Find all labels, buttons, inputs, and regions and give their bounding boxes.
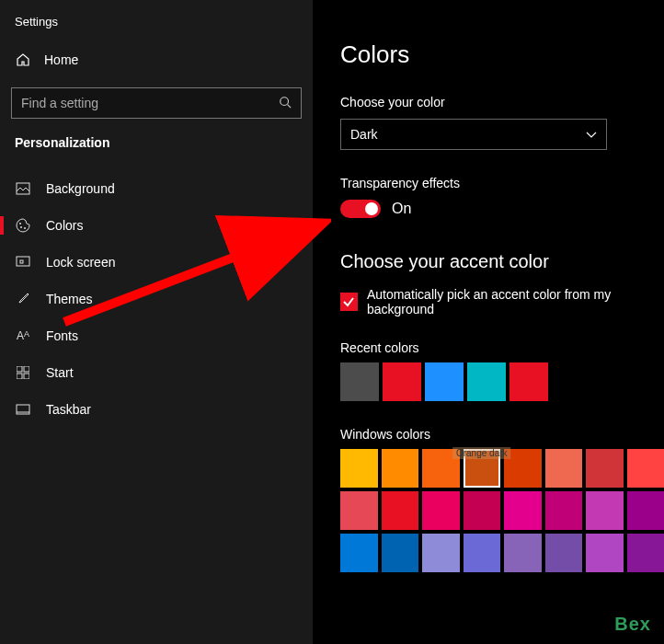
color-swatch[interactable] [340,362,379,401]
auto-pick-label: Automatically pick an accent color from … [367,287,664,316]
svg-rect-11 [24,374,29,379]
color-swatch[interactable] [586,491,624,530]
lockscreen-icon [15,256,31,269]
sidebar: Settings Home Personalization Background… [0,0,313,644]
svg-point-3 [19,223,21,224]
color-swatch[interactable] [340,449,378,488]
svg-point-0 [280,97,289,105]
start-icon [15,366,31,379]
nav-start[interactable]: Start [0,354,313,391]
search-icon [279,96,292,111]
auto-pick-checkbox[interactable] [340,293,358,311]
home-nav[interactable]: Home [0,45,313,75]
picture-icon [15,182,31,195]
nav-label: Lock screen [46,255,115,270]
recent-colors-row [340,362,664,401]
check-icon [342,295,355,308]
app-title: Settings [0,11,313,45]
svg-line-1 [288,104,292,108]
svg-rect-2 [17,183,29,194]
home-label: Home [44,52,78,67]
nav-fonts[interactable]: AA Fonts [0,317,313,354]
color-swatch[interactable] [545,491,583,530]
page-title: Colors [340,40,664,69]
swatch-tooltip: Orange dark [452,447,511,459]
color-swatch[interactable] [382,449,419,488]
nav-label: Background [46,181,115,196]
nav-taskbar[interactable]: Taskbar [0,391,313,428]
color-swatch[interactable] [627,491,665,530]
color-swatch[interactable]: Orange dark [464,449,501,488]
nav-label: Taskbar [46,402,91,417]
fonts-icon: AA [15,329,31,342]
transparency-label: Transparency effects [340,176,664,190]
color-swatch[interactable] [340,491,378,530]
color-swatch[interactable] [425,362,464,401]
color-swatch[interactable] [464,491,501,530]
color-swatch[interactable] [504,534,542,572]
color-swatch[interactable] [586,534,624,572]
nav-label: Start [46,365,74,380]
color-swatch[interactable] [586,449,624,488]
svg-rect-8 [17,366,22,372]
choose-color-label: Choose your color [340,95,664,109]
windows-colors-label: Windows colors [340,427,664,442]
nav-label: Fonts [46,328,78,343]
taskbar-icon [15,404,31,415]
color-swatch[interactable] [627,449,665,488]
svg-rect-10 [17,374,22,379]
windows-colors-palette: Orange dark [340,449,664,572]
color-swatch[interactable] [509,362,548,401]
transparency-toggle[interactable] [340,200,381,218]
color-swatch[interactable] [383,362,421,401]
palette-icon [15,218,31,233]
search-box[interactable] [11,87,302,119]
color-swatch[interactable] [545,534,583,572]
nav-lockscreen[interactable]: Lock screen [0,244,313,281]
color-swatch[interactable] [464,534,501,572]
brush-icon [15,292,31,306]
nav-label: Themes [46,292,93,306]
chevron-down-icon [586,127,597,142]
dropdown-value: Dark [350,127,378,142]
color-swatch[interactable] [340,534,378,572]
color-swatch[interactable] [504,449,542,488]
toggle-state: On [392,201,411,217]
color-swatch[interactable] [422,534,460,572]
home-icon [15,52,31,67]
color-swatch[interactable] [627,534,665,572]
svg-rect-9 [24,366,29,372]
svg-point-4 [20,226,22,228]
nav-background[interactable]: Background [0,170,313,207]
color-swatch[interactable] [545,449,583,488]
svg-point-5 [24,227,26,229]
color-swatch[interactable] [422,491,460,530]
accent-title: Choose your accent color [340,251,664,272]
svg-rect-7 [20,260,23,263]
nav-colors[interactable]: Colors [0,207,313,244]
search-input[interactable] [21,96,279,110]
nav-themes[interactable]: Themes [0,281,313,317]
watermark: Bex [614,614,651,635]
color-mode-dropdown[interactable]: Dark [340,119,607,150]
color-swatch[interactable] [422,449,460,488]
color-swatch[interactable] [382,534,419,572]
color-swatch[interactable] [382,491,419,530]
recent-label: Recent colors [340,340,664,355]
main-content: Colors Choose your color Dark Transparen… [313,0,664,644]
color-swatch[interactable] [467,362,506,401]
color-swatch[interactable] [504,491,542,530]
section-label: Personalization [0,135,313,157]
nav-label: Colors [46,218,83,233]
